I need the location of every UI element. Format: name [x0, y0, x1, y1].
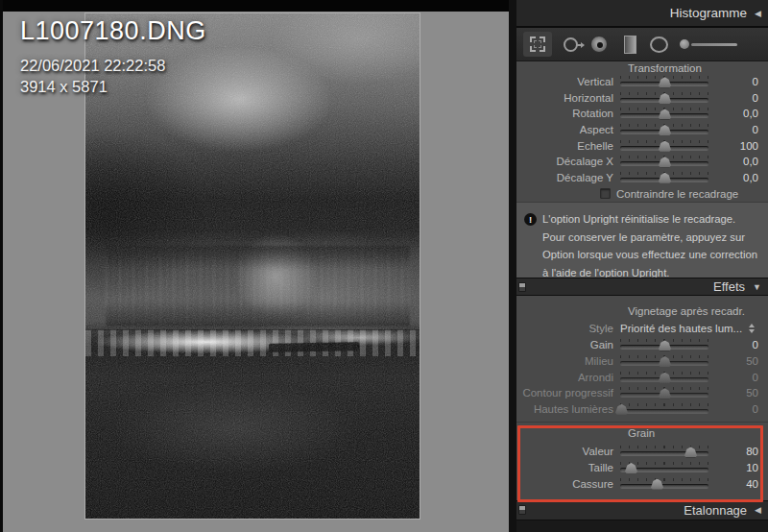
graduated-filter-icon[interactable] [624, 36, 636, 54]
slider-label-echelle: Echelle [516, 140, 620, 152]
dropdown-arrows-icon[interactable] [749, 324, 755, 333]
calibration-header-label: Etalonnage [684, 503, 747, 518]
slider-row-hautes-lumi-res: Hautes lumières0 [516, 401, 768, 418]
effects-section: Vignetage après recadr. Style Priorité d… [516, 296, 768, 492]
slider-label-valeur: Valeur [516, 446, 620, 457]
photo-datetime: 22/06/2021 22:22:58 [20, 55, 206, 76]
photo-dimensions: 3914 x 5871 [20, 76, 206, 97]
style-value-dropdown[interactable]: Priorité des hautes lum... [620, 323, 742, 334]
slider-ticks [620, 446, 708, 448]
constrain-crop-label: Contraindre le recadrage [616, 188, 738, 200]
slider-d-calage-x[interactable] [620, 156, 708, 167]
slider-row-horizontal: Horizontal0 [516, 90, 768, 107]
slider-value-d-calage-x[interactable]: 0,0 [708, 156, 768, 167]
slider-label-hautes-lumi-res: Hautes lumières [516, 403, 620, 415]
crop-icon [530, 36, 545, 52]
slider-label-d-calage-x: Décalage X [516, 156, 620, 167]
transform-sliders: Vertical0Horizontal0Rotation0,0Aspect0Ec… [516, 74, 768, 185]
slider-milieu[interactable] [620, 355, 708, 367]
slider-row-d-calage-y: Décalage Y0,0 [516, 170, 768, 186]
slider-track[interactable] [620, 409, 708, 413]
slider-value-aspect[interactable]: 0 [708, 124, 768, 135]
slider-row-echelle: Echelle100 [516, 137, 768, 154]
panel-separator[interactable] [509, 0, 516, 532]
slider-value-valeur[interactable]: 80 [708, 446, 768, 457]
slider-value-cassure[interactable]: 40 [708, 478, 768, 490]
constrain-crop-row[interactable]: Contraindre le recadrage [516, 185, 768, 202]
slider-gain[interactable] [620, 339, 708, 351]
radial-filter-icon[interactable] [650, 36, 668, 53]
slider-d-calage-y[interactable] [620, 172, 708, 183]
slider-contour-progressif[interactable] [620, 387, 708, 399]
slider-label-contour-progressif: Contour progressif [516, 387, 620, 399]
vignette-sliders: Gain0Milieu50Arrondi0Contour progressif5… [516, 337, 768, 417]
grain-section-title: Grain [516, 427, 768, 440]
slider-row-arrondi: Arrondi0 [516, 369, 768, 385]
slider-value-d-calage-y[interactable]: 0,0 [708, 172, 768, 183]
slider-value-milieu[interactable]: 50 [708, 355, 768, 367]
upright-warning-text: L'option Upright réinitialise le recadra… [542, 210, 759, 272]
slider-aspect[interactable] [620, 124, 708, 135]
slider-value-contour-progressif[interactable]: 50 [708, 387, 768, 399]
effects-enable-toggle[interactable] [518, 282, 526, 292]
collapse-left-triangle-icon: ◀ [755, 505, 761, 515]
constrain-crop-checkbox[interactable] [600, 188, 611, 199]
slider-row-taille: Taille10 [516, 460, 768, 476]
slider-taille[interactable] [620, 462, 708, 473]
slider-value-gain[interactable]: 0 [708, 339, 768, 351]
slider-hautes-lumi-res[interactable] [620, 403, 708, 415]
style-label: Style [516, 323, 620, 334]
slider-valeur[interactable] [620, 446, 708, 457]
slider-value-rotation[interactable]: 0,0 [708, 108, 768, 119]
slider-label-cassure: Cassure [516, 478, 620, 490]
slider-value-horizontal[interactable]: 0 [708, 92, 768, 104]
vignette-style-row: Style Priorité des hautes lum... [516, 320, 768, 337]
adjustment-brush-icon[interactable] [680, 39, 737, 49]
slider-horizontal[interactable] [620, 92, 708, 104]
calibration-enable-toggle[interactable] [518, 505, 526, 515]
slider-value-echelle[interactable]: 100 [708, 140, 768, 152]
brush-tip [680, 39, 689, 49]
slider-label-arrondi: Arrondi [516, 372, 620, 383]
brush-handle [691, 43, 737, 46]
tool-strip [516, 28, 768, 61]
slider-label-vertical: Vertical [516, 76, 620, 87]
crop-tool-button[interactable] [523, 32, 552, 57]
slider-label-d-calage-y: Décalage Y [516, 172, 620, 183]
post-crop-vignette-title: Vignetage après recadr. [516, 304, 768, 318]
collapse-left-triangle-icon: ◀ [755, 9, 761, 18]
slider-vertical[interactable] [620, 76, 708, 87]
slider-row-contour-progressif: Contour progressif50 [516, 385, 768, 401]
slider-value-vertical[interactable]: 0 [708, 76, 768, 87]
slider-label-aspect: Aspect [516, 124, 620, 135]
slider-row-cassure: Cassure40 [516, 475, 768, 492]
effects-panel-header[interactable]: Effets ▼ [516, 278, 768, 296]
window-left-edge [0, 0, 3, 532]
red-eye-icon[interactable] [590, 36, 608, 53]
slider-rotation[interactable] [620, 108, 708, 119]
slider-track[interactable] [620, 484, 708, 488]
canvas-top-edge [0, 0, 509, 12]
histogram-header-label: Histogramme [670, 6, 747, 20]
calibration-panel-header[interactable]: Etalonnage ◀ [516, 500, 768, 520]
slider-value-hautes-lumi-res[interactable]: 0 [708, 403, 768, 415]
slider-echelle[interactable] [620, 140, 708, 152]
slider-ticks [620, 403, 708, 406]
transform-section-title: Transformation [516, 61, 768, 74]
slider-row-milieu: Milieu50 [516, 353, 768, 370]
slider-row-aspect: Aspect0 [516, 122, 768, 138]
spot-removal-icon[interactable] [564, 37, 578, 52]
slider-value-taille[interactable]: 10 [708, 462, 768, 473]
photo-info-overlay: L1007180.DNG 22/06/2021 22:22:58 3914 x … [20, 16, 206, 97]
slider-arrondi[interactable] [620, 372, 708, 383]
grain-divider [516, 422, 768, 423]
slider-row-vertical: Vertical0 [516, 74, 768, 90]
histogram-panel-header[interactable]: Histogramme ◀ [516, 0, 768, 28]
slider-cassure[interactable] [620, 478, 708, 490]
lightroom-develop-window: L1007180.DNG 22/06/2021 22:22:58 3914 x … [0, 0, 768, 532]
slider-row-gain: Gain0 [516, 337, 768, 353]
slider-row-rotation: Rotation0,0 [516, 106, 768, 122]
slider-ticks [620, 478, 708, 481]
effects-header-label: Effets [713, 279, 745, 294]
slider-value-arrondi[interactable]: 0 [708, 372, 768, 383]
